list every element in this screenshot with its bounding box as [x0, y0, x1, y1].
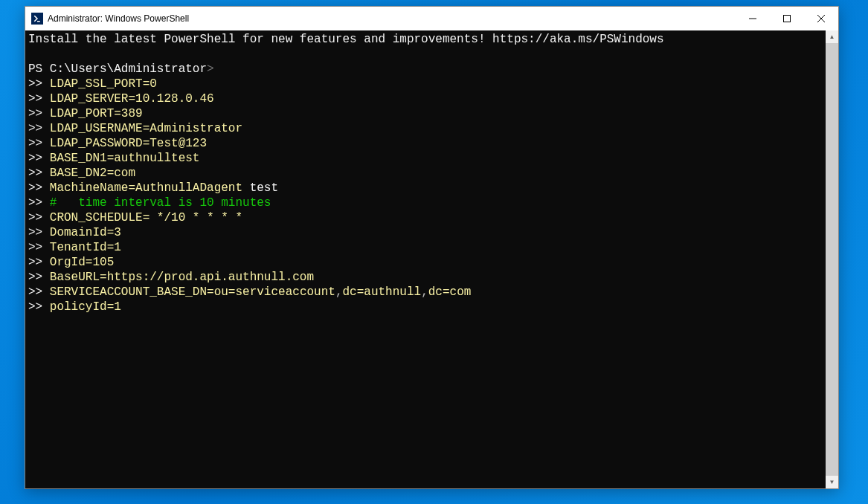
scroll-down-icon[interactable]: ▼ — [826, 476, 838, 488]
scrollbar-vertical[interactable]: ▲ ▼ — [826, 30, 838, 488]
minimize-icon — [749, 15, 756, 22]
window-title: Administrator: Windows PowerShell — [48, 13, 736, 24]
powershell-window: Administrator: Windows PowerShell Instal… — [25, 6, 839, 489]
window-controls — [736, 7, 838, 30]
svg-rect-2 — [784, 16, 791, 22]
titlebar[interactable]: Administrator: Windows PowerShell — [25, 7, 838, 30]
minimize-button[interactable] — [736, 7, 770, 30]
scroll-thumb[interactable] — [826, 43, 838, 476]
terminal-output[interactable]: Install the latest PowerShell for new fe… — [25, 30, 826, 488]
scroll-up-icon[interactable]: ▲ — [826, 30, 838, 43]
maximize-icon — [783, 15, 791, 22]
terminal-area: Install the latest PowerShell for new fe… — [25, 30, 838, 488]
close-button[interactable] — [804, 7, 838, 30]
powershell-icon — [31, 13, 43, 25]
maximize-button[interactable] — [770, 7, 804, 30]
close-icon — [817, 15, 825, 22]
scroll-track[interactable] — [826, 43, 838, 476]
